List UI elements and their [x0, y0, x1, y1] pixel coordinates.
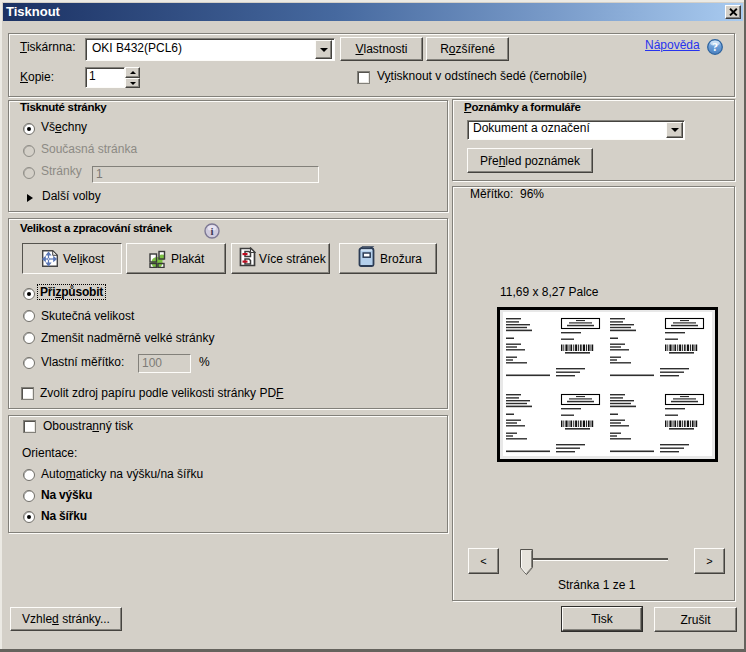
svg-text:?: ?	[712, 41, 718, 53]
svg-text:i: i	[210, 225, 213, 237]
